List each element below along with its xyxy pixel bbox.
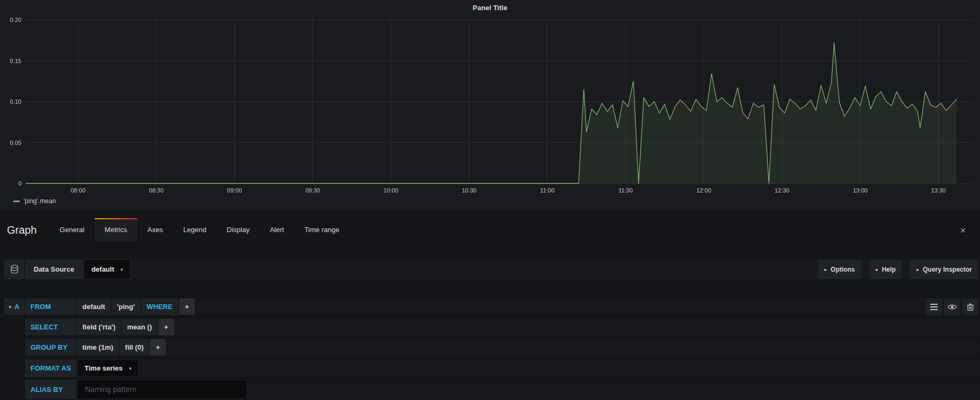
select-keyword: SELECT [25, 319, 76, 335]
tab-display[interactable]: Display [217, 218, 260, 242]
tab-legend[interactable]: Legend [173, 218, 217, 242]
datasource-select-value: default [91, 265, 114, 273]
panel-title[interactable]: Panel Title [0, 4, 980, 12]
svg-text:08:00: 08:00 [71, 187, 86, 194]
from-keyword: FROM [25, 298, 76, 315]
close-icon[interactable]: ✕ [960, 218, 966, 242]
svg-text:12:00: 12:00 [697, 187, 712, 194]
query-row-format-as: FORMAT AS Time series ▾ [25, 359, 978, 377]
svg-text:10:00: 10:00 [383, 187, 398, 194]
add-select-part-button[interactable]: + [158, 319, 174, 335]
alias-by-keyword: ALIAS BY [25, 380, 76, 399]
from-policy-segment[interactable]: default [77, 298, 111, 315]
menu-icon [930, 304, 938, 310]
svg-text:12:30: 12:30 [775, 187, 790, 194]
format-as-select[interactable]: Time series ▾ [77, 359, 139, 377]
tab-general[interactable]: General [50, 218, 95, 242]
alias-by-input[interactable] [77, 380, 247, 399]
add-where-clause-button[interactable]: + [179, 298, 195, 315]
query-collapse-button[interactable]: ▾ A [4, 298, 24, 315]
query-row-alias-by: ALIAS BY [25, 380, 978, 399]
tab-metrics[interactable]: Metrics [95, 218, 137, 242]
svg-text:0: 0 [18, 180, 21, 187]
editor-title: Graph [7, 218, 37, 242]
svg-text:13:00: 13:00 [853, 187, 868, 194]
svg-text:0.10: 0.10 [10, 98, 21, 105]
query-ref-id: A [14, 303, 19, 311]
svg-text:0.05: 0.05 [10, 140, 21, 146]
where-keyword-segment[interactable]: WHERE [141, 298, 178, 315]
trash-icon [967, 303, 974, 311]
query-inspector-button[interactable]: ▸ Query Inspector [910, 259, 978, 279]
tab-time-range[interactable]: Time range [294, 218, 349, 242]
chart-legend[interactable]: 'ping'.mean [13, 197, 56, 205]
tab-axes[interactable]: Axes [137, 218, 173, 242]
database-icon [4, 259, 24, 279]
format-as-keyword: FORMAT AS [25, 359, 76, 377]
chevron-down-icon: ▾ [121, 267, 124, 272]
query-row-from: ▾ A FROM default 'ping' WHERE + [4, 298, 978, 315]
format-as-select-value: Time series [84, 364, 122, 372]
query-row-select: SELECT field ('rta') mean () + [25, 319, 978, 335]
svg-text:08:30: 08:30 [149, 187, 164, 194]
chevron-right-icon: ▸ [876, 267, 878, 272]
svg-text:11:30: 11:30 [619, 187, 633, 194]
eye-icon [947, 304, 957, 310]
timeseries-chart[interactable]: 00.050.100.150.2008:0008:3009:0009:3010:… [0, 0, 980, 210]
from-measurement-segment[interactable]: 'ping' [112, 298, 141, 315]
svg-text:13:30: 13:30 [931, 187, 946, 194]
help-button-label: Help [882, 266, 896, 273]
caret-down-icon: ▾ [9, 304, 12, 310]
group-by-keyword: GROUP BY [25, 339, 76, 356]
svg-text:0.20: 0.20 [10, 17, 21, 23]
group-by-time-segment[interactable]: time (1m) [77, 339, 119, 356]
svg-text:09:00: 09:00 [227, 187, 242, 194]
select-mean-segment[interactable]: mean () [122, 319, 157, 335]
help-button[interactable]: ▸ Help [869, 259, 902, 279]
graph-panel: 00.050.100.150.2008:0008:3009:0009:3010:… [0, 0, 980, 210]
query-toggle-visibility-button[interactable] [944, 298, 960, 315]
svg-text:11:00: 11:00 [540, 187, 554, 194]
svg-text:10:30: 10:30 [462, 187, 477, 194]
group-by-fill-segment[interactable]: fill (0) [120, 339, 149, 356]
options-button[interactable]: ▸ Options [818, 259, 861, 279]
query-inspector-button-label: Query Inspector [923, 266, 972, 273]
grafana-panel-editor: 00.050.100.150.2008:0008:3009:0009:3010:… [0, 0, 980, 400]
svg-text:0.15: 0.15 [10, 58, 21, 64]
add-group-by-button[interactable]: + [150, 339, 166, 356]
datasource-label: Data Source [25, 259, 83, 279]
svg-text:09:30: 09:30 [305, 187, 320, 194]
datasource-row: Data Source default ▾ ▸ Options ▸ Help ▸… [4, 259, 978, 279]
chevron-right-icon: ▸ [824, 267, 827, 272]
query-row-group-by: GROUP BY time (1m) fill (0) + [25, 339, 978, 356]
tab-alert[interactable]: Alert [260, 218, 295, 242]
chevron-down-icon: ▾ [129, 366, 132, 371]
legend-series-swatch [13, 201, 20, 202]
options-button-label: Options [831, 266, 855, 273]
query-menu-button[interactable] [926, 298, 942, 315]
chevron-right-icon: ▸ [916, 267, 919, 272]
datasource-select[interactable]: default ▾ [84, 259, 130, 279]
select-field-segment[interactable]: field ('rta') [77, 319, 121, 335]
query-editor: ▾ A FROM default 'ping' WHERE + [4, 298, 978, 399]
editor-tabbar: Graph General Metrics Axes Legend Displa… [0, 218, 980, 242]
legend-series-label[interactable]: 'ping'.mean [24, 197, 56, 205]
query-delete-button[interactable] [962, 298, 978, 315]
